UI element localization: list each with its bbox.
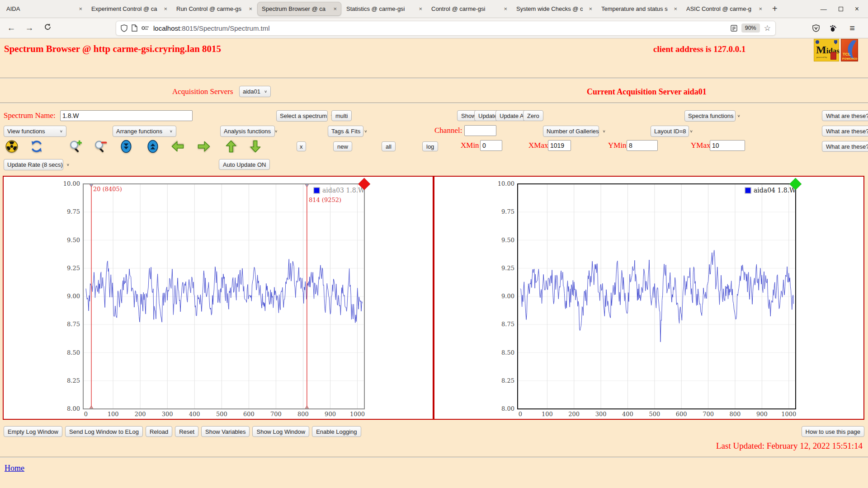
tab-close-icon[interactable]: ×	[589, 5, 592, 12]
x-button[interactable]: x	[297, 141, 306, 151]
window-minimize-icon[interactable]: —	[821, 6, 827, 12]
window-maximize-icon[interactable]	[839, 7, 843, 11]
tab-3[interactable]: Run Control @ carme-gs×	[172, 2, 256, 16]
tab-9[interactable]: ASIC Control @ carme-g×	[682, 2, 766, 16]
what-are-these-button-2[interactable]: What are these?	[822, 126, 868, 136]
spectra-functions-dropdown[interactable]: Spectra functions∨	[684, 110, 736, 122]
tab-4[interactable]: Spectrum Browser @ ca×	[257, 2, 341, 16]
log-button-3[interactable]: Reload	[146, 426, 172, 437]
number-of-galleries-dropdown[interactable]: Number of Galleries∨	[543, 126, 599, 137]
what-are-these-button-3[interactable]: What are these?	[822, 141, 868, 152]
arrow-left-icon[interactable]	[170, 139, 185, 154]
back-icon[interactable]: ←	[5, 23, 17, 33]
zero-button[interactable]: Zero	[523, 110, 543, 121]
xmax-input[interactable]	[548, 140, 571, 151]
log-button-6[interactable]: Show Log Window	[252, 426, 309, 437]
auto-update-button[interactable]: Auto Update ON	[219, 159, 270, 170]
extension-foot-icon[interactable]	[830, 24, 836, 32]
tab-5[interactable]: Statistics @ carme-gsi×	[342, 2, 426, 16]
tab-7[interactable]: System wide Checks @ c×	[512, 2, 596, 16]
url-bar[interactable]: localhost:8015/Spectrum/Spectrum.tml 90%…	[116, 21, 776, 36]
radioactive-icon[interactable]	[5, 139, 19, 154]
tab-close-icon[interactable]: ×	[419, 5, 422, 12]
svg-text:700: 700	[270, 411, 282, 418]
zoom-level-badge[interactable]: 90%	[741, 23, 760, 33]
svg-text:500: 500	[216, 411, 227, 418]
tab-8[interactable]: Temperature and status s×	[597, 2, 681, 16]
spectrum-plot-aida04[interactable]: 8.008.258.508.759.009.259.509.7510.00010…	[434, 177, 863, 418]
shield-icon[interactable]	[121, 24, 127, 32]
url-path: :8015/Spectrum/Spectrum.tml	[180, 24, 269, 32]
svg-text:800: 800	[730, 411, 741, 418]
svg-text:9.50: 9.50	[501, 237, 514, 244]
permissions-icon[interactable]	[142, 25, 149, 31]
tab-6[interactable]: Control @ carme-gsi×	[427, 2, 511, 16]
tab-close-icon[interactable]: ×	[759, 5, 762, 12]
scroll-down-icon[interactable]	[119, 139, 133, 154]
url-text[interactable]: localhost:8015/Spectrum/Spectrum.tml	[153, 24, 726, 32]
how-to-use-button[interactable]: How to use this page	[802, 426, 864, 437]
tab-close-icon[interactable]: ×	[333, 5, 337, 12]
reload-icon[interactable]	[42, 23, 53, 33]
acquisition-server-select[interactable]: aida01∨	[239, 86, 271, 97]
tab-close-icon[interactable]: ×	[79, 5, 82, 12]
log-button-5[interactable]: Show Variables	[201, 426, 250, 437]
tab-1[interactable]: AIDA×	[2, 2, 86, 16]
arrow-down-icon[interactable]	[248, 139, 263, 154]
log-button-4[interactable]: Reset	[175, 426, 198, 437]
layout-id-dropdown[interactable]: Layout ID=8∨	[651, 126, 689, 137]
svg-text:0: 0	[84, 411, 88, 418]
svg-text:100: 100	[542, 411, 553, 418]
tab-close-icon[interactable]: ×	[164, 5, 167, 12]
svg-text:1000: 1000	[781, 411, 796, 418]
log-button-2[interactable]: Send Log Window to ELog	[65, 426, 143, 437]
tab-2[interactable]: Experiment Control @ ca×	[87, 2, 171, 16]
svg-text:200: 200	[568, 411, 580, 418]
what-are-these-button-1[interactable]: What are these?	[822, 110, 868, 121]
tcl-powered: POWERED	[842, 57, 858, 60]
spectrum-name-input[interactable]	[60, 110, 193, 121]
all-button[interactable]: all	[382, 141, 396, 151]
home-link[interactable]: Home	[5, 464, 24, 473]
tags-fits-dropdown[interactable]: Tags & Fits∨	[328, 126, 363, 137]
channel-input[interactable]	[464, 125, 496, 136]
multi-button[interactable]: multi	[331, 110, 352, 121]
svg-text:9.50: 9.50	[67, 237, 80, 244]
tab-close-icon[interactable]: ×	[504, 5, 507, 12]
bookmark-star-icon[interactable]: ☆	[764, 23, 771, 33]
zoom-out-icon[interactable]	[93, 139, 108, 154]
page-title: Spectrum Browser @ http carme-gsi.cryrin…	[4, 43, 221, 55]
log-button-1[interactable]: Empty Log Window	[4, 426, 62, 437]
select-spectrum-dropdown[interactable]: Select a spectrum∨	[276, 110, 328, 122]
window-controls: — ×	[821, 5, 866, 13]
tab-close-icon[interactable]: ×	[674, 5, 677, 12]
spectrum-plot-aida03[interactable]: 8.008.258.508.759.009.259.509.7510.00010…	[4, 177, 432, 418]
new-button[interactable]: new	[333, 141, 352, 151]
ymin-input[interactable]	[627, 140, 658, 151]
new-tab-button[interactable]: +	[767, 4, 783, 14]
zoom-in-icon[interactable]	[68, 139, 83, 154]
arrow-right-icon[interactable]	[197, 139, 211, 154]
arrange-functions-dropdown[interactable]: Arrange functions∨	[113, 126, 176, 137]
svg-text:10.00: 10.00	[498, 180, 514, 187]
update-rate-dropdown[interactable]: Update Rate (8 secs)∨	[4, 159, 63, 170]
window-close-icon[interactable]: ×	[855, 5, 859, 13]
menu-icon[interactable]: ≡	[846, 23, 858, 33]
view-functions-dropdown[interactable]: View functions∨	[4, 126, 66, 137]
forward-icon[interactable]: →	[24, 23, 35, 33]
shield-badge-icon[interactable]	[812, 24, 820, 32]
spectrum-name-label: Spectrum Name:	[4, 111, 56, 120]
tab-close-icon[interactable]: ×	[249, 5, 252, 12]
refresh-icon[interactable]	[29, 139, 44, 154]
ymax-input[interactable]	[710, 140, 745, 151]
scroll-up-icon[interactable]	[146, 139, 160, 154]
analysis-functions-dropdown[interactable]: Analysis functions∨	[220, 126, 275, 137]
arrow-up-icon[interactable]	[224, 139, 238, 154]
log-button[interactable]: log	[422, 141, 438, 151]
page-info-icon[interactable]	[132, 24, 137, 32]
chart-panel-aida03: 8.008.258.508.759.009.259.509.7510.00010…	[4, 177, 434, 419]
reader-mode-icon[interactable]	[731, 25, 737, 32]
log-button-7[interactable]: Enable Logging	[312, 426, 361, 437]
xmin-input[interactable]	[480, 140, 502, 151]
browser-tab-bar: AIDA×Experiment Control @ ca×Run Control…	[0, 0, 868, 18]
